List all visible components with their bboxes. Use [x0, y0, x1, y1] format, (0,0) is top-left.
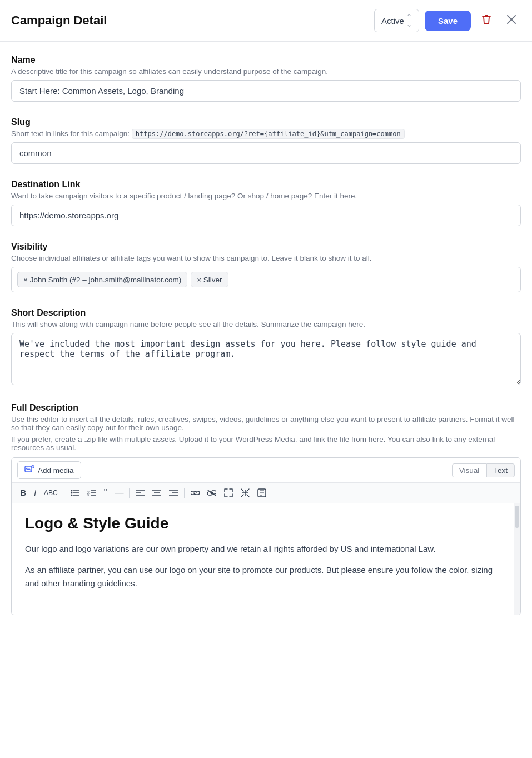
page-title: Campaign Detail — [11, 13, 107, 28]
help-button[interactable] — [254, 487, 270, 499]
unordered-list-button[interactable] — [67, 487, 83, 498]
visual-tab[interactable]: Visual — [452, 463, 487, 477]
status-select[interactable]: Active ⌃⌄ — [374, 9, 419, 32]
full-description-field-group: Full Description Use this editor to inse… — [11, 403, 521, 615]
close-button[interactable] — [502, 10, 521, 31]
text-tab[interactable]: Text — [486, 463, 515, 477]
add-media-button[interactable]: Add media — [17, 461, 81, 479]
slug-input[interactable] — [11, 142, 521, 164]
horizontal-rule-button[interactable]: — — [111, 486, 126, 500]
short-description-field-group: Short Description This will show along w… — [11, 308, 521, 387]
toolbar-separator-2 — [129, 488, 130, 498]
slug-description: Short text in links for this campaign: h… — [11, 129, 521, 138]
editor-topbar: Add media Visual Text — [12, 458, 520, 483]
editor-heading: Logo & Style Guide — [25, 515, 507, 532]
blockquote-button[interactable]: " — [101, 486, 111, 500]
toolbar-separator-1 — [64, 488, 64, 498]
align-center-icon — [152, 490, 161, 496]
add-media-icon — [24, 465, 34, 476]
slug-label: Slug — [11, 117, 521, 127]
name-field-group: Name A descriptive title for this campai… — [11, 55, 521, 102]
toolbar-separator-3 — [184, 488, 185, 498]
link-icon — [191, 490, 200, 496]
align-left-icon — [136, 490, 145, 496]
destination-link-input[interactable] — [11, 205, 521, 226]
editor-content-area[interactable]: Logo & Style Guide Our logo and logo var… — [12, 503, 520, 615]
ordered-list-button[interactable]: 1.2.3. — [84, 487, 100, 498]
list-ul-icon — [71, 489, 79, 497]
close-icon — [506, 14, 516, 24]
name-description: A descriptive title for this campaign so… — [11, 67, 521, 76]
unlink-button[interactable] — [204, 488, 220, 498]
editor-content-wrapper: Logo & Style Guide Our logo and logo var… — [12, 503, 520, 615]
align-center-button[interactable] — [149, 488, 165, 498]
form-content: Name A descriptive title for this campai… — [0, 42, 532, 649]
list-ol-icon: 1.2.3. — [87, 489, 96, 497]
editor-view-tabs: Visual Text — [452, 463, 515, 477]
visibility-field-group: Visibility Choose individual affiliates … — [11, 242, 521, 292]
campaign-detail-panel: Campaign Detail Active ⌃⌄ Save Name — [0, 0, 532, 758]
italic-button[interactable]: I — [31, 487, 39, 499]
align-right-icon — [169, 490, 178, 496]
visibility-tag-2[interactable]: × Silver — [191, 272, 228, 287]
slug-url-example: https://demo.storeapps.org/?ref={affilia… — [132, 129, 405, 139]
editor-scrollbar[interactable] — [514, 503, 520, 615]
media-svg-icon — [24, 465, 34, 473]
short-description-input[interactable]: <span data-bind="fields.short_descriptio… — [11, 333, 521, 385]
short-description-description: This will show along with campaign name … — [11, 320, 521, 328]
fullscreen-icon — [224, 488, 233, 497]
slug-field-group: Slug Short text in links for this campai… — [11, 117, 521, 164]
full-description-desc2: If you prefer, create a .zip file with m… — [11, 435, 521, 452]
expand-icon — [241, 488, 250, 497]
header: Campaign Detail Active ⌃⌄ Save — [0, 0, 532, 42]
short-description-label: Short Description — [11, 308, 521, 318]
svg-point-3 — [71, 490, 72, 492]
trash-icon — [481, 13, 492, 26]
chevron-down-icon: ⌃⌄ — [406, 13, 412, 28]
name-input[interactable] — [11, 80, 521, 102]
editor-para-2: As an affiliate partner, you can use our… — [25, 563, 507, 590]
unlink-icon — [207, 490, 216, 496]
link-button[interactable] — [187, 488, 203, 497]
fullscreen-button[interactable] — [221, 487, 236, 499]
visibility-tag-1[interactable]: × John Smith (#2 – john.smith@mailinator… — [17, 272, 187, 287]
destination-link-description: Want to take campaign visitors to a spec… — [11, 192, 521, 200]
name-label: Name — [11, 55, 521, 65]
visibility-label: Visibility — [11, 242, 521, 252]
svg-point-5 — [71, 495, 72, 496]
visibility-description: Choose individual affiliates or affiliat… — [11, 254, 521, 262]
full-description-label: Full Description — [11, 403, 521, 413]
editor-toolbar: B I ABC 1.2.3. " — — [12, 483, 520, 503]
editor-para-1: Our logo and logo variations are our own… — [25, 542, 507, 556]
svg-text:3.: 3. — [87, 493, 90, 497]
bold-button[interactable]: B — [17, 487, 29, 499]
scrollbar-thumb — [515, 506, 519, 528]
strikethrough-button[interactable]: ABC — [41, 487, 61, 498]
svg-point-4 — [71, 492, 72, 494]
visibility-tags-container[interactable]: × John Smith (#2 – john.smith@mailinator… — [11, 267, 521, 292]
align-left-button[interactable] — [132, 488, 148, 498]
header-actions: Active ⌃⌄ Save — [374, 9, 521, 32]
destination-link-label: Destination Link — [11, 179, 521, 189]
destination-link-field-group: Destination Link Want to take campaign v… — [11, 179, 521, 226]
help-icon — [257, 488, 266, 497]
delete-button[interactable] — [476, 10, 496, 32]
align-right-button[interactable] — [166, 488, 181, 498]
save-button[interactable]: Save — [425, 11, 471, 31]
full-description-editor: Add media Visual Text B I ABC — [11, 457, 521, 615]
status-label: Active — [381, 16, 404, 26]
full-description-desc1: Use this editor to insert all the detail… — [11, 415, 521, 432]
distraction-free-button[interactable] — [237, 487, 253, 499]
add-media-label: Add media — [38, 466, 74, 475]
